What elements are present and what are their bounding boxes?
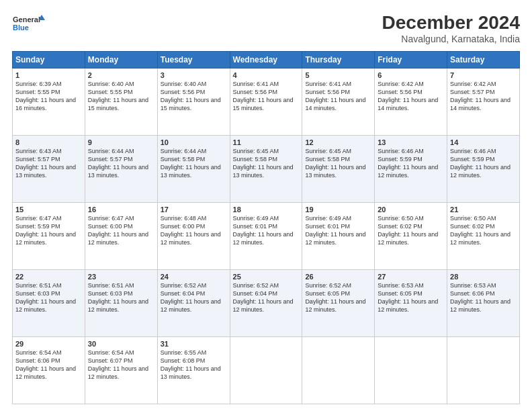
- col-sunday: Sunday: [13, 52, 85, 68]
- col-friday: Friday: [375, 52, 447, 68]
- day-info: Sunrise: 6:47 AMSunset: 6:00 PMDaylight:…: [88, 214, 154, 247]
- day-number: 25: [233, 273, 300, 281]
- day-number: 16: [88, 205, 154, 214]
- day-number: 6: [378, 71, 444, 79]
- calendar-day-cell: 24Sunrise: 6:52 AMSunset: 6:04 PMDayligh…: [157, 270, 230, 337]
- day-info: Sunrise: 6:54 AMSunset: 6:06 PMDaylight:…: [15, 349, 82, 381]
- day-number: 28: [450, 273, 517, 281]
- day-info: Sunrise: 6:54 AMSunset: 6:07 PMDaylight:…: [88, 349, 154, 381]
- calendar-week-row: 22Sunrise: 6:51 AMSunset: 6:03 PMDayligh…: [13, 270, 520, 337]
- calendar-day-cell: 8Sunrise: 6:43 AMSunset: 5:57 PMDaylight…: [13, 136, 85, 203]
- calendar-day-cell: 12Sunrise: 6:45 AMSunset: 5:58 PMDayligh…: [302, 136, 375, 203]
- day-number: 21: [450, 205, 517, 214]
- day-info: Sunrise: 6:55 AMSunset: 6:08 PMDaylight:…: [161, 349, 227, 381]
- day-info: Sunrise: 6:41 AMSunset: 5:56 PMDaylight:…: [233, 80, 300, 113]
- day-number: 14: [450, 138, 517, 146]
- day-info: Sunrise: 6:51 AMSunset: 6:03 PMDaylight:…: [88, 281, 154, 314]
- calendar-day-cell: 27Sunrise: 6:53 AMSunset: 6:05 PMDayligh…: [375, 270, 447, 337]
- day-info: Sunrise: 6:52 AMSunset: 6:04 PMDaylight:…: [161, 281, 227, 314]
- day-info: Sunrise: 6:51 AMSunset: 6:03 PMDaylight:…: [15, 281, 82, 314]
- calendar-day-cell: 21Sunrise: 6:50 AMSunset: 6:02 PMDayligh…: [447, 203, 520, 270]
- day-info: Sunrise: 6:43 AMSunset: 5:57 PMDaylight:…: [15, 147, 82, 180]
- calendar-day-cell: 31Sunrise: 6:55 AMSunset: 6:08 PMDayligh…: [157, 337, 230, 404]
- day-number: 15: [15, 205, 82, 214]
- day-info: Sunrise: 6:42 AMSunset: 5:57 PMDaylight:…: [450, 80, 517, 113]
- header: General Blue December 2024 Navalgund, Ka…: [12, 12, 520, 44]
- day-number: 24: [161, 273, 227, 281]
- day-info: Sunrise: 6:40 AMSunset: 5:56 PMDaylight:…: [161, 80, 227, 113]
- day-info: Sunrise: 6:46 AMSunset: 5:59 PMDaylight:…: [378, 147, 444, 180]
- day-number: 9: [88, 138, 154, 146]
- day-number: 3: [161, 71, 227, 79]
- day-info: Sunrise: 6:41 AMSunset: 5:56 PMDaylight:…: [305, 80, 371, 113]
- calendar-day-cell: [302, 337, 375, 404]
- col-monday: Monday: [85, 52, 157, 68]
- page: General Blue December 2024 Navalgund, Ka…: [0, 0, 532, 411]
- svg-text:General: General: [13, 15, 40, 24]
- day-info: Sunrise: 6:49 AMSunset: 6:01 PMDaylight:…: [305, 214, 371, 247]
- calendar-day-cell: 1Sunrise: 6:39 AMSunset: 5:55 PMDaylight…: [13, 68, 85, 136]
- day-info: Sunrise: 6:44 AMSunset: 5:57 PMDaylight:…: [88, 147, 154, 180]
- col-thursday: Thursday: [302, 52, 375, 68]
- calendar-day-cell: 23Sunrise: 6:51 AMSunset: 6:03 PMDayligh…: [85, 270, 157, 337]
- day-number: 18: [233, 205, 300, 214]
- day-number: 23: [88, 273, 154, 281]
- main-title: December 2024: [382, 12, 520, 34]
- col-tuesday: Tuesday: [157, 52, 230, 68]
- day-number: 19: [305, 205, 371, 214]
- day-number: 4: [233, 71, 300, 79]
- day-info: Sunrise: 6:53 AMSunset: 6:05 PMDaylight:…: [378, 281, 444, 314]
- calendar-day-cell: 25Sunrise: 6:52 AMSunset: 6:04 PMDayligh…: [230, 270, 302, 337]
- title-block: December 2024 Navalgund, Karnataka, Indi…: [382, 12, 520, 44]
- calendar-day-cell: 14Sunrise: 6:46 AMSunset: 5:59 PMDayligh…: [447, 136, 520, 203]
- logo: General Blue: [12, 12, 46, 36]
- day-number: 30: [88, 340, 154, 348]
- day-info: Sunrise: 6:50 AMSunset: 6:02 PMDaylight:…: [450, 214, 517, 247]
- calendar-day-cell: 4Sunrise: 6:41 AMSunset: 5:56 PMDaylight…: [230, 68, 302, 136]
- calendar-day-cell: 30Sunrise: 6:54 AMSunset: 6:07 PMDayligh…: [85, 337, 157, 404]
- calendar-day-cell: 19Sunrise: 6:49 AMSunset: 6:01 PMDayligh…: [302, 203, 375, 270]
- day-number: 29: [15, 340, 82, 348]
- calendar-day-cell: 9Sunrise: 6:44 AMSunset: 5:57 PMDaylight…: [85, 136, 157, 203]
- day-number: 10: [161, 138, 227, 146]
- day-info: Sunrise: 6:39 AMSunset: 5:55 PMDaylight:…: [15, 80, 82, 113]
- calendar-day-cell: 28Sunrise: 6:53 AMSunset: 6:06 PMDayligh…: [447, 270, 520, 337]
- calendar-week-row: 15Sunrise: 6:47 AMSunset: 5:59 PMDayligh…: [13, 203, 520, 270]
- calendar-week-row: 8Sunrise: 6:43 AMSunset: 5:57 PMDaylight…: [13, 136, 520, 203]
- calendar-day-cell: 13Sunrise: 6:46 AMSunset: 5:59 PMDayligh…: [375, 136, 447, 203]
- calendar-header-row: Sunday Monday Tuesday Wednesday Thursday…: [13, 52, 520, 68]
- calendar-day-cell: [447, 337, 520, 404]
- calendar-day-cell: 16Sunrise: 6:47 AMSunset: 6:00 PMDayligh…: [85, 203, 157, 270]
- day-number: 12: [305, 138, 371, 146]
- day-info: Sunrise: 6:45 AMSunset: 5:58 PMDaylight:…: [233, 147, 300, 180]
- day-info: Sunrise: 6:52 AMSunset: 6:05 PMDaylight:…: [305, 281, 371, 314]
- day-number: 13: [378, 138, 444, 146]
- day-info: Sunrise: 6:46 AMSunset: 5:59 PMDaylight:…: [450, 147, 517, 180]
- day-number: 7: [450, 71, 517, 79]
- day-number: 1: [15, 71, 82, 79]
- calendar-day-cell: 2Sunrise: 6:40 AMSunset: 5:55 PMDaylight…: [85, 68, 157, 136]
- day-number: 27: [378, 273, 444, 281]
- calendar-week-row: 29Sunrise: 6:54 AMSunset: 6:06 PMDayligh…: [13, 337, 520, 404]
- calendar-day-cell: 20Sunrise: 6:50 AMSunset: 6:02 PMDayligh…: [375, 203, 447, 270]
- calendar-day-cell: 26Sunrise: 6:52 AMSunset: 6:05 PMDayligh…: [302, 270, 375, 337]
- calendar-day-cell: [375, 337, 447, 404]
- calendar-week-row: 1Sunrise: 6:39 AMSunset: 5:55 PMDaylight…: [13, 68, 520, 136]
- svg-text:Blue: Blue: [13, 24, 29, 32]
- col-saturday: Saturday: [447, 52, 520, 68]
- day-info: Sunrise: 6:40 AMSunset: 5:55 PMDaylight:…: [88, 80, 154, 113]
- day-info: Sunrise: 6:48 AMSunset: 6:00 PMDaylight:…: [161, 214, 227, 247]
- sub-title: Navalgund, Karnataka, India: [382, 34, 520, 44]
- calendar-day-cell: 5Sunrise: 6:41 AMSunset: 5:56 PMDaylight…: [302, 68, 375, 136]
- calendar-day-cell: 3Sunrise: 6:40 AMSunset: 5:56 PMDaylight…: [157, 68, 230, 136]
- day-info: Sunrise: 6:53 AMSunset: 6:06 PMDaylight:…: [450, 281, 517, 314]
- calendar-day-cell: [230, 337, 302, 404]
- calendar-day-cell: 11Sunrise: 6:45 AMSunset: 5:58 PMDayligh…: [230, 136, 302, 203]
- col-wednesday: Wednesday: [230, 52, 302, 68]
- day-number: 11: [233, 138, 300, 146]
- day-info: Sunrise: 6:42 AMSunset: 5:56 PMDaylight:…: [378, 80, 444, 113]
- calendar-day-cell: 18Sunrise: 6:49 AMSunset: 6:01 PMDayligh…: [230, 203, 302, 270]
- day-number: 26: [305, 273, 371, 281]
- day-info: Sunrise: 6:52 AMSunset: 6:04 PMDaylight:…: [233, 281, 300, 314]
- day-info: Sunrise: 6:47 AMSunset: 5:59 PMDaylight:…: [15, 214, 82, 247]
